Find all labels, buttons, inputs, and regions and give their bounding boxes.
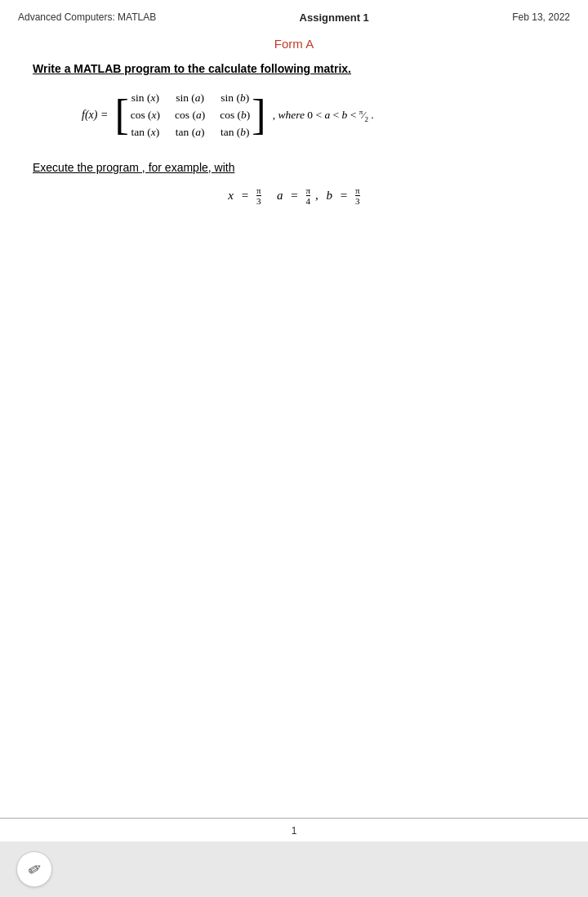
edit-button[interactable]: ✏ <box>16 851 52 887</box>
matrix-cell-r1c2: sin (a) <box>175 90 205 107</box>
frac-x: π 3 <box>256 185 261 206</box>
matrix-cell-r1c3: sin (b) <box>220 90 250 107</box>
bracket-right: ] <box>252 94 265 136</box>
matrix-cell-r2c3: cos (b) <box>220 107 250 124</box>
matrix-equation: f(x) = [ sin (x) sin (a) sin (b) cos (x)… <box>82 90 555 141</box>
bracket-left: [ <box>114 94 128 136</box>
frac-b: π 3 <box>355 185 360 206</box>
matrix-cell-r2c2: cos (a) <box>175 107 205 124</box>
pencil-icon: ✏ <box>24 857 46 881</box>
page-footer: 1 <box>0 818 588 841</box>
matrix-grid: sin (x) sin (a) sin (b) cos (x) cos (a) … <box>131 90 251 141</box>
page-number: 1 <box>292 825 297 837</box>
edit-button-area: ✏ <box>0 841 588 897</box>
formula-line: x = π 3 a = π 4 , b = π 3 <box>33 185 555 206</box>
frac-a: π 4 <box>306 185 311 206</box>
matrix-wrapper: [ sin (x) sin (a) sin (b) cos (x) cos (a… <box>114 90 265 141</box>
matrix-cell-r1c1: sin (x) <box>131 90 160 107</box>
problem-statement: Write a MATLAB program to the calculate … <box>33 62 555 75</box>
header-left: Advanced Computers: MATLAB <box>18 11 156 23</box>
formula-math: x = π 3 a = π 4 , b = π 3 <box>228 185 359 206</box>
matrix-cell-r3c2: tan (a) <box>175 124 205 141</box>
form-title: Form A <box>33 37 555 51</box>
execute-statement: Execute the program , for example, with <box>33 161 555 174</box>
header-date: Feb 13, 2022 <box>512 11 570 23</box>
matrix-cell-r2c1: cos (x) <box>131 107 160 124</box>
f-x-label: f(x) = <box>82 109 108 122</box>
matrix-cell-r3c1: tan (x) <box>131 124 160 141</box>
header-title: Assignment 1 <box>300 11 369 24</box>
matrix-cell-r3c3: tan (b) <box>220 124 250 141</box>
matrix-condition: , where 0 < a < b < π⁄2 . <box>273 108 374 123</box>
